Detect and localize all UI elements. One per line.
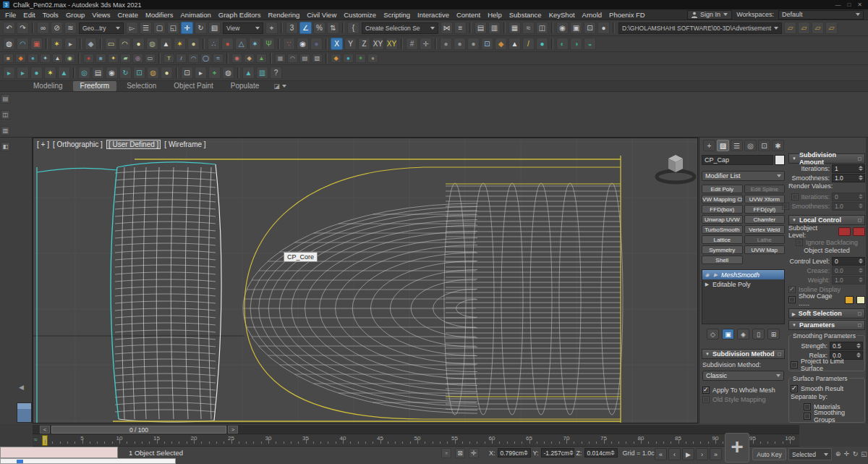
torus-tool-icon[interactable]: ◎: [132, 54, 143, 63]
circle-shape-icon[interactable]: ◯: [200, 54, 211, 63]
configure-modifier-sets-icon[interactable]: ⊞: [767, 329, 780, 339]
isoline-display-checkbox[interactable]: [788, 286, 796, 293]
project-folder-path-field[interactable]: D:\GHOLAMSHAHI SOFTWARE\00-3D\Advertisem…: [618, 22, 782, 34]
target-camera-icon[interactable]: ▸: [3, 67, 15, 79]
bricks-map-icon[interactable]: ■: [3, 54, 14, 63]
subdivision-method-dropdown[interactable]: Classic: [702, 371, 784, 381]
wind-spacewarp-icon[interactable]: ✦: [40, 54, 51, 63]
patch-tool-icon[interactable]: ▦: [275, 54, 286, 63]
viewport-layout-preview[interactable]: [17, 402, 32, 423]
plane-tool-icon[interactable]: ▭: [145, 54, 156, 63]
materials-checkbox[interactable]: [804, 403, 811, 410]
weight-spinner[interactable]: 1.0: [832, 276, 865, 284]
mirror-icon[interactable]: ⋈: [441, 22, 453, 34]
render-iterations-checkbox[interactable]: [791, 193, 799, 201]
trees-pair-icon[interactable]: ▲: [242, 67, 255, 79]
modifier-list-dropdown[interactable]: Modifier List: [702, 171, 785, 181]
water-effect-icon[interactable]: ●: [27, 54, 38, 63]
spinner-snap-toggle-icon[interactable]: ⇅: [327, 22, 339, 34]
panel-tab-display[interactable]: ⊡: [758, 140, 770, 151]
blob-a-icon[interactable]: ●: [440, 38, 452, 50]
modifier-button-shell[interactable]: Shell: [702, 256, 743, 264]
named-selection-sets-dropdown[interactable]: Create Selection Se: [362, 22, 438, 34]
pin-stack-icon[interactable]: ◇: [707, 329, 719, 339]
redo-icon[interactable]: ↷: [17, 22, 29, 34]
visibility-icon[interactable]: ◉: [704, 272, 710, 278]
menu-file[interactable]: File: [4, 11, 17, 19]
z-coordinate-field[interactable]: 0.014cm: [584, 448, 618, 457]
render-preview-icon[interactable]: ▣: [30, 38, 43, 50]
modifier-button-ffd-box-[interactable]: FFD(box): [702, 205, 743, 214]
folder-up-icon[interactable]: ▱: [812, 22, 824, 34]
layers-stack-icon[interactable]: ⊡: [133, 67, 145, 79]
cage-selected-color-swatch[interactable]: [856, 296, 865, 304]
undo-icon[interactable]: ↶: [3, 22, 15, 34]
schematic-view-icon[interactable]: ◫: [536, 22, 548, 34]
film-camera-icon[interactable]: ◆: [85, 38, 97, 50]
modifier-button-vertex-weld[interactable]: Vertex Weld: [744, 225, 786, 234]
teapot-render-icon[interactable]: ◍: [3, 38, 15, 50]
modifier-button-ffd-cyl-[interactable]: FFD(cyl): [744, 205, 786, 214]
blob-c-icon[interactable]: ●: [467, 38, 480, 50]
mini-curve-editor-icon[interactable]: ≈: [34, 436, 37, 443]
bulb-tool-icon[interactable]: ●: [161, 67, 173, 79]
smoothness-spinner[interactable]: 1.0: [832, 174, 865, 182]
terrain-tool-icon[interactable]: ▲: [256, 54, 267, 63]
iterations-spinner[interactable]: 1: [832, 164, 865, 173]
viewport-layout-a-icon[interactable]: ▤: [1, 94, 10, 104]
egg-shape-icon[interactable]: ◉: [297, 38, 309, 50]
minimize-icon[interactable]: —: [835, 1, 841, 8]
menu-keyshot[interactable]: KeyShot: [548, 11, 576, 19]
sun-light-icon[interactable]: ✶: [174, 38, 186, 50]
tab-freeform[interactable]: Freeform: [73, 81, 117, 91]
render-iterations-spinner[interactable]: 0: [832, 193, 865, 201]
tab-object-paint[interactable]: Object Paint: [166, 81, 220, 91]
flame-effect-icon[interactable]: ◆: [15, 54, 26, 63]
play-region-icon[interactable]: ▸: [195, 67, 207, 79]
menu-views[interactable]: Views: [91, 11, 111, 19]
sign-in-button[interactable]: Sign In: [687, 10, 732, 20]
viewport-layout-b-icon[interactable]: ◫: [1, 110, 10, 119]
cage-color-swatch[interactable]: [845, 296, 854, 304]
collapse-arrow-icon[interactable]: ◀: [19, 384, 24, 391]
red-ball-tool-icon[interactable]: ●: [83, 54, 94, 63]
ignore-backfacing-checkbox[interactable]: [796, 239, 803, 246]
old-style-mapping-checkbox[interactable]: [702, 396, 710, 403]
key-filter-dropdown[interactable]: Selected: [788, 448, 832, 460]
sphere-primitive-icon[interactable]: ●: [132, 38, 145, 50]
grid-snap-tool-icon[interactable]: #: [406, 38, 418, 50]
project-to-limit-surface-checkbox[interactable]: [791, 361, 798, 368]
star-shape-icon[interactable]: ✦: [108, 54, 119, 63]
select-by-name-icon[interactable]: ☰: [140, 22, 152, 34]
viewport-layout-d-icon[interactable]: ◧: [1, 142, 10, 151]
select-and-move-icon[interactable]: ✛: [181, 22, 193, 34]
viewport-pov-label[interactable]: [ Orthographic ]: [53, 140, 103, 149]
render-smoothness-checkbox[interactable]: [782, 203, 789, 210]
rollout-subdivision-amount[interactable]: ▼ Subdivision Amount: [788, 153, 865, 164]
next-frame-button[interactable]: ›: [696, 448, 708, 460]
render-smoothness-spinner[interactable]: 1.0: [832, 202, 865, 211]
modifier-button-turbosmooth[interactable]: TurboSmooth: [702, 225, 743, 234]
show-end-result-icon[interactable]: ▣: [722, 329, 734, 339]
viewport-shading-label[interactable]: [ Wireframe ]: [164, 140, 205, 149]
menu-content[interactable]: Content: [456, 11, 481, 19]
align-icon[interactable]: ≡: [454, 22, 467, 34]
rollout-parameters[interactable]: ▼ Parameters: [788, 320, 865, 330]
cylinder-tool-icon[interactable]: ▰: [120, 54, 131, 63]
panel-tab-hierarchy[interactable]: ☰: [731, 140, 743, 151]
notes-book-icon[interactable]: ▤: [92, 67, 104, 79]
viewport-menu-plus[interactable]: [ + ]: [37, 140, 49, 149]
cloth-tool-icon[interactable]: ▲: [509, 38, 521, 50]
box-primitive-icon[interactable]: ▭: [105, 38, 117, 50]
cycle-box-icon[interactable]: ◎: [78, 67, 90, 79]
previous-frame-button[interactable]: ‹: [668, 448, 681, 460]
reference-coordinate-system-dropdown[interactable]: View: [223, 22, 263, 34]
scatter-tool-icon[interactable]: ∴: [208, 38, 220, 50]
gravity-spacewarp-icon[interactable]: ▲: [52, 54, 63, 63]
loop-tool-icon[interactable]: ↻: [119, 67, 132, 79]
viewport-user-defined-label[interactable]: [ User Defined ]: [106, 140, 161, 149]
spline-shape-icon[interactable]: ≈: [213, 54, 224, 63]
pan-view-icon[interactable]: ✛: [843, 448, 851, 459]
orbit-view-icon[interactable]: ↻: [851, 448, 859, 459]
note-list-icon[interactable]: ▥: [256, 67, 268, 79]
